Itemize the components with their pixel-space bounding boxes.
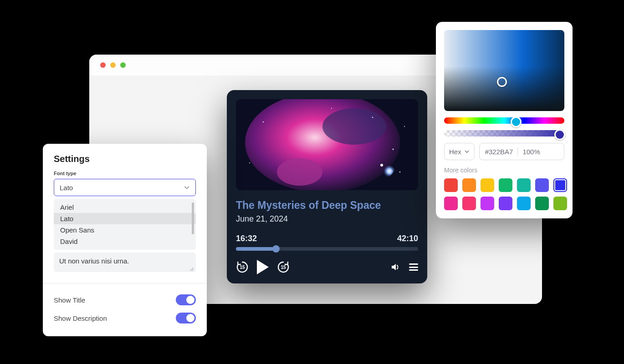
saturation-cursor[interactable]	[497, 77, 507, 87]
play-button[interactable]	[257, 260, 269, 274]
svg-point-5	[380, 164, 383, 167]
saturation-value-field[interactable]	[444, 30, 564, 111]
textarea-resize-grip[interactable]	[189, 266, 194, 270]
color-swatch[interactable]	[553, 178, 567, 192]
color-swatch[interactable]	[553, 197, 567, 210]
font-option-david[interactable]: David	[54, 236, 196, 247]
svg-point-7	[399, 172, 401, 173]
playlist-menu-button[interactable]	[409, 263, 418, 271]
episode-title: The Mysteries of Deep Space	[236, 199, 418, 212]
skip-forward-15-button[interactable]: 15	[277, 261, 290, 273]
svg-point-8	[372, 117, 373, 118]
divider	[43, 283, 207, 283]
svg-point-9	[263, 121, 264, 123]
color-swatch[interactable]	[481, 197, 494, 210]
hue-thumb[interactable]	[511, 116, 522, 127]
time-elapsed: 16:32	[236, 234, 257, 243]
progress-slider[interactable]	[236, 247, 418, 251]
show-title-label: Show Title	[54, 296, 85, 304]
color-swatch[interactable]	[499, 197, 512, 210]
color-mode-select[interactable]: Hex	[444, 143, 475, 160]
color-hex-value: #322BA7	[485, 148, 513, 156]
show-description-toggle[interactable]	[176, 313, 196, 324]
font-type-select[interactable]: Lato	[54, 179, 196, 196]
settings-title: Settings	[54, 154, 196, 164]
time-total: 42:10	[397, 234, 418, 243]
svg-point-11	[404, 126, 405, 127]
color-swatch[interactable]	[499, 178, 512, 192]
color-swatch[interactable]	[517, 178, 531, 192]
episode-date: June 21, 2024	[236, 214, 418, 224]
color-alpha-value: 100%	[522, 148, 540, 156]
color-value-field[interactable]: #322BA7 100%	[479, 143, 564, 160]
settings-panel: Settings Font type Lato Ariel Lato Open …	[43, 144, 207, 336]
color-picker-panel: Hex #322BA7 100% More colors	[436, 22, 573, 218]
chevron-down-icon	[464, 149, 470, 154]
audio-player-card: The Mysteries of Deep Space June 21, 202…	[227, 90, 427, 283]
volume-icon	[390, 262, 401, 273]
textarea-sample[interactable]: Ut non varius nisi urna.	[54, 253, 196, 272]
color-swatch[interactable]	[462, 178, 476, 192]
font-type-dropdown: Ariel Lato Open Sans David	[54, 199, 196, 250]
dropdown-scrollbar[interactable]	[192, 202, 194, 234]
svg-point-3	[322, 108, 386, 145]
chevron-down-icon	[184, 184, 190, 191]
show-title-toggle[interactable]	[176, 294, 196, 305]
color-swatch[interactable]	[462, 197, 476, 210]
window-minimize-dot[interactable]	[110, 62, 116, 68]
font-type-selected: Lato	[60, 184, 73, 192]
svg-point-10	[249, 162, 250, 163]
show-description-label: Show Description	[54, 314, 107, 322]
more-colors-label: More colors	[444, 167, 564, 174]
color-swatch[interactable]	[444, 197, 458, 210]
color-swatch[interactable]	[535, 197, 549, 210]
swatches	[444, 178, 564, 210]
font-option-opensans[interactable]: Open Sans	[54, 224, 196, 236]
color-swatch[interactable]	[481, 178, 494, 192]
font-type-label: Font type	[54, 171, 196, 176]
color-swatch[interactable]	[535, 178, 549, 192]
svg-point-12	[331, 108, 332, 109]
font-option-ariel[interactable]: Ariel	[54, 202, 196, 213]
hue-slider[interactable]	[444, 117, 564, 124]
volume-button[interactable]	[390, 262, 401, 273]
skip-back-15-button[interactable]: 15	[236, 261, 249, 273]
svg-point-2	[277, 158, 322, 186]
window-zoom-dot[interactable]	[120, 62, 126, 68]
svg-point-6	[393, 149, 394, 150]
color-swatch[interactable]	[444, 178, 458, 192]
episode-artwork	[236, 99, 418, 190]
alpha-thumb[interactable]	[554, 129, 565, 140]
window-close-dot[interactable]	[100, 62, 106, 68]
color-swatch[interactable]	[517, 197, 531, 210]
font-option-lato[interactable]: Lato	[54, 213, 196, 224]
alpha-slider[interactable]	[444, 130, 564, 136]
